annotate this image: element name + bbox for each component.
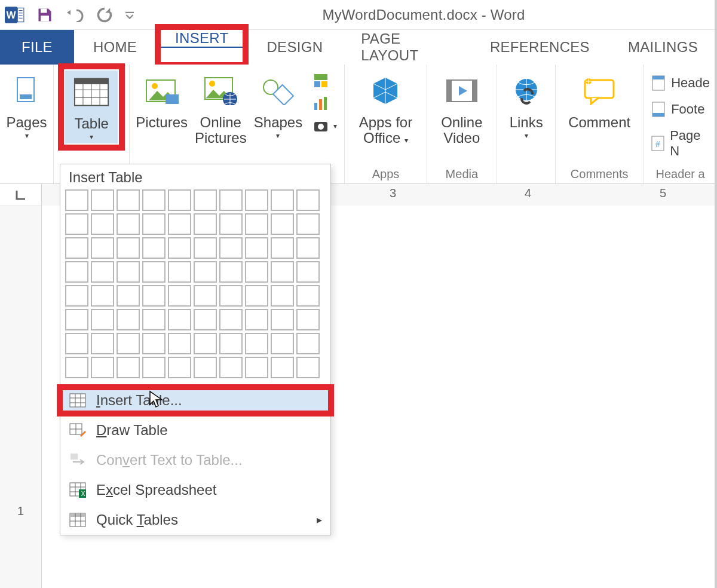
grid-cell[interactable] <box>194 333 217 354</box>
grid-cell[interactable] <box>91 309 114 330</box>
header-button[interactable]: Heade <box>648 73 712 93</box>
grid-cell[interactable] <box>65 237 88 259</box>
grid-cell[interactable] <box>194 237 217 259</box>
grid-cell[interactable] <box>219 213 243 235</box>
tab-design[interactable]: DESIGN <box>247 30 342 65</box>
grid-cell[interactable] <box>271 213 294 235</box>
grid-cell[interactable] <box>219 333 243 354</box>
smartart-button[interactable] <box>311 71 339 91</box>
grid-cell[interactable] <box>194 261 217 283</box>
menu-insert-table[interactable]: Insert Table... <box>60 385 330 415</box>
tab-references[interactable]: REFERENCES <box>471 30 609 65</box>
grid-cell[interactable] <box>168 189 191 211</box>
grid-cell[interactable] <box>245 237 268 259</box>
grid-cell[interactable] <box>296 309 320 330</box>
links-button[interactable]: Links ▾ <box>505 71 548 140</box>
grid-cell[interactable] <box>296 285 320 307</box>
grid-cell[interactable] <box>194 189 217 211</box>
tab-home[interactable]: HOME <box>74 30 156 65</box>
grid-cell[interactable] <box>142 333 166 354</box>
grid-cell[interactable] <box>245 285 268 307</box>
grid-cell[interactable] <box>91 213 114 235</box>
grid-cell[interactable] <box>271 309 294 330</box>
grid-cell[interactable] <box>245 309 268 330</box>
grid-cell[interactable] <box>142 213 166 235</box>
grid-cell[interactable] <box>168 237 191 259</box>
grid-cell[interactable] <box>219 357 243 378</box>
grid-cell[interactable] <box>296 333 320 354</box>
screenshot-button[interactable]: ▾ <box>311 116 339 136</box>
grid-cell[interactable] <box>65 261 88 283</box>
tab-insert[interactable]: INSERT <box>156 30 247 48</box>
grid-cell[interactable] <box>194 357 217 378</box>
grid-cell[interactable] <box>142 285 166 307</box>
grid-cell[interactable] <box>91 237 114 259</box>
word-app-icon[interactable]: W <box>5 5 25 25</box>
grid-cell[interactable] <box>65 357 88 378</box>
grid-cell[interactable] <box>271 357 294 378</box>
grid-cell[interactable] <box>271 285 294 307</box>
grid-cell[interactable] <box>168 213 191 235</box>
grid-cell[interactable] <box>296 357 320 378</box>
grid-cell[interactable] <box>91 189 114 211</box>
grid-cell[interactable] <box>91 285 114 307</box>
grid-cell[interactable] <box>91 357 114 378</box>
save-icon[interactable] <box>35 5 55 25</box>
qat-customize-icon[interactable] <box>124 5 135 25</box>
grid-cell[interactable] <box>168 333 191 354</box>
grid-cell[interactable] <box>117 213 140 235</box>
grid-cell[interactable] <box>117 285 140 307</box>
grid-cell[interactable] <box>117 333 140 354</box>
table-size-grid[interactable] <box>60 189 330 385</box>
grid-cell[interactable] <box>194 309 217 330</box>
grid-cell[interactable] <box>219 189 243 211</box>
menu-excel-spreadsheet[interactable]: X Excel Spreadsheet <box>60 475 330 505</box>
grid-cell[interactable] <box>271 189 294 211</box>
grid-cell[interactable] <box>271 333 294 354</box>
grid-cell[interactable] <box>168 357 191 378</box>
pictures-button[interactable]: Pictures <box>134 71 189 130</box>
grid-cell[interactable] <box>117 189 140 211</box>
online-pictures-button[interactable]: OnlinePictures <box>194 71 248 146</box>
vertical-ruler[interactable]: 1 <box>0 206 42 588</box>
grid-cell[interactable] <box>65 285 88 307</box>
grid-cell[interactable] <box>219 309 243 330</box>
footer-button[interactable]: Foote <box>648 99 712 120</box>
online-video-button[interactable]: OnlineVideo <box>437 71 486 146</box>
grid-cell[interactable] <box>296 261 320 283</box>
grid-cell[interactable] <box>142 357 166 378</box>
grid-cell[interactable] <box>117 357 140 378</box>
grid-cell[interactable] <box>245 213 268 235</box>
grid-cell[interactable] <box>219 285 243 307</box>
menu-draw-table[interactable]: Draw Table <box>60 415 330 445</box>
comment-button[interactable]: Comment <box>565 71 634 130</box>
grid-cell[interactable] <box>219 237 243 259</box>
grid-cell[interactable] <box>65 189 88 211</box>
grid-cell[interactable] <box>65 309 88 330</box>
table-button[interactable]: Table ▾ <box>65 71 118 143</box>
grid-cell[interactable] <box>245 189 268 211</box>
grid-cell[interactable] <box>142 237 166 259</box>
grid-cell[interactable] <box>168 261 191 283</box>
grid-cell[interactable] <box>142 309 166 330</box>
grid-cell[interactable] <box>142 261 166 283</box>
grid-cell[interactable] <box>194 213 217 235</box>
grid-cell[interactable] <box>219 261 243 283</box>
grid-cell[interactable] <box>245 333 268 354</box>
grid-cell[interactable] <box>117 309 140 330</box>
grid-cell[interactable] <box>91 261 114 283</box>
redo-icon[interactable] <box>94 5 115 25</box>
page-number-button[interactable]: #Page N <box>648 125 712 161</box>
grid-cell[interactable] <box>65 333 88 354</box>
tab-file[interactable]: FILE <box>0 30 74 65</box>
grid-cell[interactable] <box>168 285 191 307</box>
tab-selector[interactable] <box>0 184 42 206</box>
grid-cell[interactable] <box>65 213 88 235</box>
grid-cell[interactable] <box>271 237 294 259</box>
chart-button[interactable] <box>311 93 339 114</box>
grid-cell[interactable] <box>194 285 217 307</box>
grid-cell[interactable] <box>91 333 114 354</box>
tab-mailings[interactable]: MAILINGS <box>609 30 717 65</box>
grid-cell[interactable] <box>117 237 140 259</box>
grid-cell[interactable] <box>296 237 320 259</box>
